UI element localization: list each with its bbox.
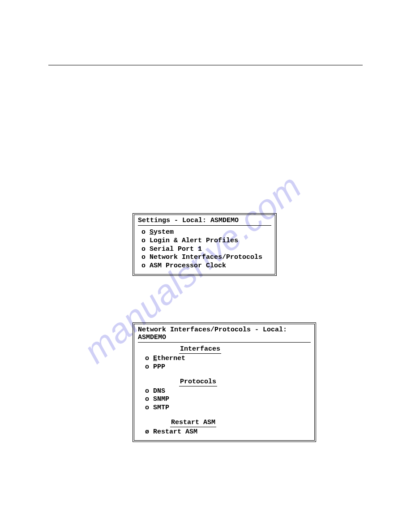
menu-item-label: ystem <box>154 228 174 236</box>
menu-item-label: thernet <box>157 355 185 362</box>
menu-item-smtp[interactable]: oSMTP <box>145 404 311 412</box>
menu-item-serial-port[interactable]: oSerial Port 1 <box>141 245 271 254</box>
dialog-divider <box>138 225 271 226</box>
menu-item-label: SMTP <box>153 404 169 412</box>
section-label: Protocols <box>179 378 217 386</box>
restart-menu: øRestart ASM <box>134 428 314 440</box>
interfaces-menu: oEthernet oPPP <box>134 355 314 375</box>
bullet-icon: o <box>145 355 153 363</box>
bullet-icon: o <box>141 228 150 237</box>
hotkey-char: E <box>153 355 157 362</box>
menu-item-label: Restart ASM <box>153 428 197 436</box>
settings-menu: oSystem oLogin & Alert Profiles oSerial … <box>134 228 275 274</box>
bullet-icon: o <box>141 245 150 254</box>
menu-item-ethernet[interactable]: oEthernet <box>145 355 311 363</box>
protocols-menu: oDNS oSNMP oSMTP <box>134 387 314 416</box>
menu-item-label: ASM Processor Clock <box>150 262 226 270</box>
menu-item-snmp[interactable]: oSNMP <box>145 395 311 404</box>
bullet-icon: o <box>141 253 150 262</box>
horizontal-rule <box>48 65 363 65</box>
menu-item-label: PPP <box>153 363 165 371</box>
menu-item-label: DNS <box>153 387 165 395</box>
menu-item-label: Login & Alert Profiles <box>150 237 238 245</box>
section-label: Interfaces <box>179 345 221 354</box>
dialog-divider <box>138 342 311 343</box>
bullet-icon: o <box>145 387 153 396</box>
menu-item-login-alerts[interactable]: oLogin & Alert Profiles <box>141 237 271 245</box>
menu-item-ppp[interactable]: oPPP <box>145 363 311 372</box>
menu-item-system[interactable]: oSystem <box>141 228 271 237</box>
bullet-icon: ø <box>145 428 153 437</box>
network-dialog-title: Network Interfaces/Protocols - Local: AS… <box>134 324 314 342</box>
section-heading-restart: Restart ASM <box>134 419 314 427</box>
menu-item-clock[interactable]: oASM Processor Clock <box>141 262 271 270</box>
bullet-icon: o <box>145 363 153 372</box>
settings-dialog-title: Settings - Local: ASMDEMO <box>134 215 275 225</box>
section-label: Restart ASM <box>170 419 216 427</box>
section-heading-protocols: Protocols <box>134 378 314 386</box>
network-dialog: Network Interfaces/Protocols - Local: AS… <box>133 322 316 442</box>
bullet-icon: o <box>145 404 153 412</box>
bullet-icon: o <box>141 237 150 245</box>
menu-item-label: Network Interfaces/Protocols <box>150 253 262 261</box>
bullet-icon: o <box>141 262 150 270</box>
menu-item-dns[interactable]: oDNS <box>145 387 311 396</box>
settings-dialog: Settings - Local: ASMDEMO oSystem oLogin… <box>133 213 277 276</box>
hotkey-char: S <box>150 228 154 236</box>
menu-item-label: SNMP <box>153 395 169 403</box>
menu-item-network[interactable]: oNetwork Interfaces/Protocols <box>141 253 271 262</box>
section-heading-interfaces: Interfaces <box>134 345 314 354</box>
menu-item-label: Serial Port 1 <box>150 245 202 253</box>
bullet-icon: o <box>145 395 153 404</box>
menu-item-restart-asm[interactable]: øRestart ASM <box>145 428 311 437</box>
